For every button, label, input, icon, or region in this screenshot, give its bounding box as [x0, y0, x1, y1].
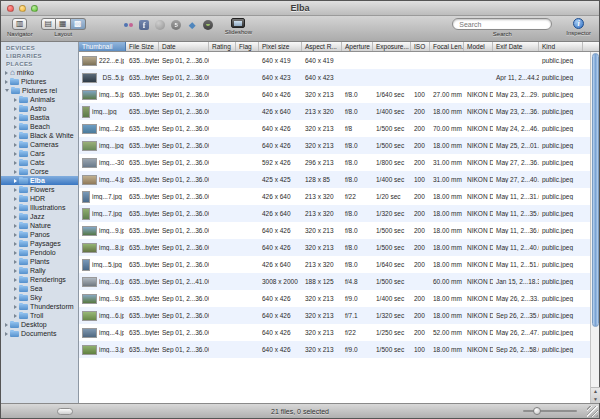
disclosure-triangle-icon[interactable]	[14, 251, 17, 255]
column-header-date[interactable]: Date	[159, 42, 209, 51]
column-header-rating[interactable]: Rating	[209, 42, 236, 51]
sidebar-item-plants[interactable]: Plants	[1, 257, 78, 266]
window-resize-grip[interactable]	[587, 406, 598, 417]
sidebar-item-paysages[interactable]: Paysages	[1, 239, 78, 248]
disclosure-triangle-icon[interactable]	[14, 152, 17, 156]
minimize-button[interactable]	[19, 5, 26, 12]
sidebar-item-pictures-rel[interactable]: Pictures rel	[1, 86, 78, 95]
sidebar-item-documents[interactable]: Documents	[1, 329, 78, 338]
disclosure-triangle-icon[interactable]	[14, 287, 17, 291]
thumbnail-zoom-slider[interactable]	[523, 410, 577, 412]
sidebar-item-pendolo[interactable]: Pendolo	[1, 248, 78, 257]
layout-list-button[interactable]: ▩	[71, 18, 86, 30]
table-row[interactable]: img...9.jpg635...bytesSep 01, 2...36.00 …	[79, 290, 590, 307]
search-field[interactable]	[452, 18, 552, 30]
disclosure-triangle-icon[interactable]	[14, 269, 17, 273]
disclosure-triangle-icon[interactable]	[14, 98, 17, 102]
table-row[interactable]: img...5.jpg635...bytesSep 01, 2...36.00 …	[79, 86, 590, 103]
sidebar-item-astro[interactable]: Astro	[1, 104, 78, 113]
sidebar-item-hdr[interactable]: HDR	[1, 194, 78, 203]
vertical-scrollbar[interactable]: ▲ ▼	[590, 52, 599, 403]
table-row[interactable]: 222...e.jpg635...bytesSep 01, 2...36.00 …	[79, 52, 590, 69]
table-row[interactable]: img...5.jpg635...bytesSep 01, 2...36.00 …	[79, 256, 590, 273]
sidebar-item-jazz[interactable]: Jazz	[1, 212, 78, 221]
table-row[interactable]: img...7.jpg635...bytesSep 01, 2...36.00 …	[79, 205, 590, 222]
column-header-model[interactable]: Model	[464, 42, 493, 51]
flickr-icon[interactable]	[122, 19, 135, 31]
navigator-button[interactable]: ▥	[12, 18, 27, 30]
table-row[interactable]: img...jpg635...bytesSep 01, 2...36.00 PM…	[79, 103, 590, 120]
table-row[interactable]: img...-302635...bytesSep 01, 2...36.00 P…	[79, 154, 590, 171]
layout-browser-button[interactable]: ▤	[41, 18, 56, 30]
sidebar-item-cats[interactable]: Cats	[1, 158, 78, 167]
column-header-thumbnail[interactable]: Thumbnail	[79, 42, 126, 51]
table-row[interactable]: img...2.jpg635...bytesSep 01, 2...36.00 …	[79, 120, 590, 137]
table-row[interactable]: img...7.jpg635...bytesSep 01, 2...36.00 …	[79, 188, 590, 205]
disclosure-triangle-icon[interactable]	[14, 161, 17, 165]
column-header-focal-len[interactable]: Focal Len...	[430, 42, 464, 51]
sidebar-item-troll[interactable]: Troll	[1, 311, 78, 320]
sidebar-item-illustrations[interactable]: Illustrations	[1, 203, 78, 212]
disclosure-triangle-icon[interactable]	[5, 332, 8, 336]
sidebar-item-pictures[interactable]: Pictures	[1, 77, 78, 86]
picasa-icon[interactable]	[154, 19, 167, 31]
table-row[interactable]: img...9.jpg635...bytesSep 01, 2...36.00 …	[79, 222, 590, 239]
disclosure-triangle-icon[interactable]	[14, 296, 17, 300]
disclosure-triangle-icon[interactable]	[5, 71, 8, 75]
disclosure-triangle-icon[interactable]	[14, 260, 17, 264]
disclosure-triangle-icon[interactable]	[14, 305, 17, 309]
layout-grid-button[interactable]: ▦	[56, 18, 71, 30]
sidebar-item-nature[interactable]: Nature	[1, 221, 78, 230]
table-row[interactable]: img...jpg635...bytesSep 01, 2...36.00 PM…	[79, 137, 590, 154]
column-header-pixel-size[interactable]: Pixel size	[259, 42, 302, 51]
title-bar[interactable]: Elba	[1, 1, 599, 16]
disclosure-triangle-icon[interactable]	[14, 143, 17, 147]
column-header-kind[interactable]: Kind	[539, 42, 583, 51]
scroll-down-arrow-icon[interactable]: ▼	[593, 397, 598, 402]
column-header-file-size[interactable]: File Size	[126, 42, 159, 51]
sidebar-item-corse[interactable]: Corse	[1, 167, 78, 176]
disclosure-triangle-icon[interactable]	[14, 206, 17, 210]
column-header-exposure[interactable]: Exposure...	[373, 42, 411, 51]
sidebar-item-flowers[interactable]: Flowers	[1, 185, 78, 194]
disclosure-triangle-icon[interactable]	[14, 242, 17, 246]
disclosure-triangle-icon[interactable]	[14, 314, 17, 318]
disclosure-triangle-icon[interactable]	[14, 170, 17, 174]
sidebar-item-mirko[interactable]: ⌂mirko	[1, 68, 78, 77]
table-row[interactable]: img...4.jpg635...bytesSep 01, 2...36.00 …	[79, 324, 590, 341]
sidebar-item-renderings[interactable]: Renderings	[1, 275, 78, 284]
zoom-slider-knob[interactable]	[533, 407, 541, 415]
sidebar-item-thunderstorm[interactable]: Thunderstorm	[1, 302, 78, 311]
smugmug-icon[interactable]	[202, 19, 215, 31]
disclosure-triangle-icon[interactable]	[14, 233, 17, 237]
column-header-aspect-r[interactable]: Aspect R...	[302, 42, 342, 51]
disclosure-triangle-icon[interactable]	[14, 107, 17, 111]
disclosure-triangle-icon[interactable]	[14, 197, 17, 201]
sidebar-item-panos[interactable]: Panos	[1, 230, 78, 239]
sidebar-item-black-white[interactable]: Black & White	[1, 131, 78, 140]
disclosure-triangle-icon[interactable]	[14, 224, 17, 228]
disclosure-triangle-icon[interactable]	[5, 80, 8, 84]
column-header-iso[interactable]: ISO	[411, 42, 430, 51]
search-input[interactable]	[459, 21, 550, 28]
inspector-button[interactable]: i	[573, 18, 584, 29]
sidebar-item-sea[interactable]: Sea	[1, 284, 78, 293]
sidebar-item-animals[interactable]: Animals	[1, 95, 78, 104]
zoom-button[interactable]	[31, 5, 38, 12]
scroll-up-arrow-icon[interactable]: ▲	[593, 389, 598, 394]
table-row[interactable]: img...6.jpg635...bytesSep 01, 2...41.00 …	[79, 273, 590, 290]
sidebar-item-cameras[interactable]: Cameras	[1, 140, 78, 149]
sidebar-item-beach[interactable]: Beach	[1, 122, 78, 131]
500px-icon[interactable]: 5	[170, 19, 183, 31]
disclosure-triangle-icon[interactable]	[14, 278, 17, 282]
table-row[interactable]: img...6.jpg635...bytesSep 01, 2...36.00 …	[79, 307, 590, 324]
close-button[interactable]	[7, 5, 14, 12]
sidebar-resize-handle[interactable]	[57, 408, 73, 415]
sidebar-item-sky[interactable]: Sky	[1, 293, 78, 302]
scrollbar-thumb[interactable]	[592, 53, 599, 327]
sidebar-item-rally[interactable]: Rally	[1, 266, 78, 275]
disclosure-triangle-icon[interactable]	[14, 179, 17, 183]
facebook-icon[interactable]: f	[138, 19, 151, 31]
column-header-exif-date[interactable]: Exif Date	[493, 42, 539, 51]
disclosure-triangle-icon[interactable]	[5, 323, 8, 327]
